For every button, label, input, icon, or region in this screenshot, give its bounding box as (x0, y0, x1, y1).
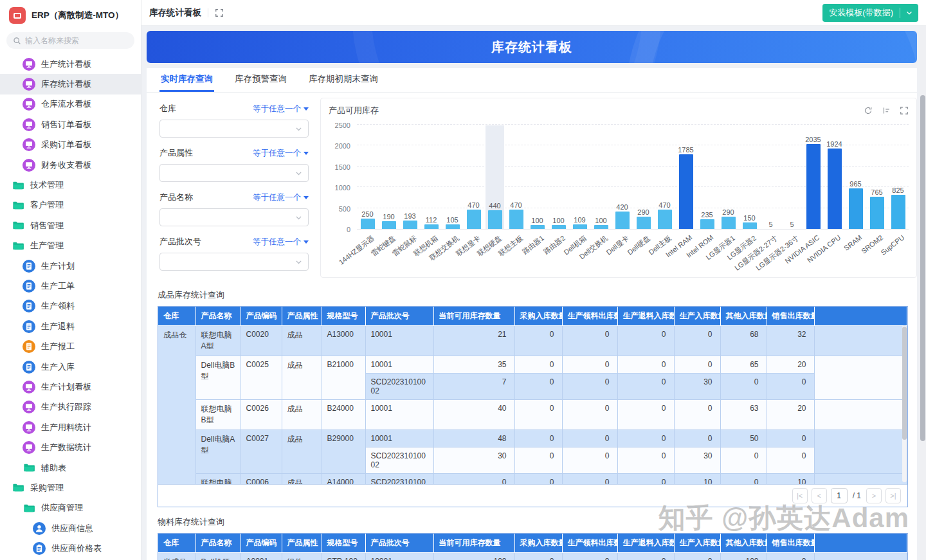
bar[interactable] (806, 144, 821, 229)
chevron-down-icon (295, 125, 303, 133)
sidebar-item[interactable]: 供应商信息 (0, 518, 141, 538)
sidebar-item[interactable]: 生产管理 (0, 236, 141, 256)
chevron-down-icon[interactable] (900, 9, 918, 17)
dashboard-icon (23, 118, 35, 131)
sidebar-item[interactable]: 生产计划 (0, 256, 141, 276)
sidebar-item[interactable]: 生产报工 (0, 336, 141, 356)
sidebar-item[interactable]: 采购管理 (0, 478, 141, 498)
sidebar-item[interactable]: 生产入库 (0, 357, 141, 377)
refresh-icon[interactable] (864, 106, 873, 115)
scrollbar-thumb[interactable] (920, 95, 925, 441)
bar[interactable] (594, 225, 608, 229)
sidebar-item[interactable]: 仓库流水看板 (0, 95, 141, 114)
bar[interactable] (722, 217, 736, 229)
sidebar-item[interactable]: 技术管理 (0, 175, 141, 195)
bar[interactable] (700, 219, 714, 229)
bar[interactable] (637, 217, 651, 229)
bar[interactable] (446, 224, 460, 229)
bar[interactable] (658, 210, 672, 229)
table-row: Dell电脑A型C0027成品B2900010001480000500 (158, 430, 907, 447)
sidebar-item[interactable]: 销售订单看板 (0, 114, 141, 134)
sidebar-item[interactable]: 生产用料统计 (0, 417, 141, 437)
bar-value-label: 765 (871, 188, 882, 196)
bar-value-label: 100 (552, 217, 564, 224)
bar[interactable] (573, 224, 587, 229)
sidebar-item[interactable]: 生产数据统计 (0, 437, 141, 457)
doc-icon (23, 320, 35, 333)
filter-select[interactable] (159, 164, 309, 182)
bar[interactable] (361, 219, 375, 229)
last-page-button[interactable]: >| (885, 488, 901, 503)
bar[interactable] (403, 221, 417, 229)
table-scrollbar[interactable] (902, 325, 907, 482)
table-cell: SCD20231010002 (365, 447, 433, 474)
table-cell: C0025 (241, 356, 282, 400)
data-table: 仓库产品名称产品编码产品属性规格型号产品批次号当前可用库存数量采购入库数量生产领… (158, 307, 907, 484)
filter-select[interactable] (159, 208, 309, 226)
bar[interactable] (743, 222, 757, 229)
tab-realtime[interactable]: 实时库存查询 (159, 68, 214, 92)
y-axis-tick-label: 2500 (335, 122, 350, 129)
column-header: 生产领料出库数量 (562, 534, 617, 553)
bar[interactable] (849, 188, 863, 229)
bar[interactable] (679, 154, 693, 229)
bar[interactable] (615, 212, 630, 229)
bar[interactable] (828, 149, 842, 229)
bar[interactable] (382, 221, 396, 229)
sidebar-item[interactable]: 生产执行跟踪 (0, 397, 141, 417)
sidebar-item[interactable]: 供应商价格表 (0, 538, 141, 558)
sidebar-item[interactable]: 辅助表 (0, 458, 141, 478)
sidebar-item[interactable]: 生产退料 (0, 316, 141, 336)
filter-operator-link[interactable]: 等于任意一个 (253, 192, 309, 203)
filter-operator-link[interactable]: 等于任意一个 (253, 148, 309, 159)
sidebar-item[interactable]: 生产工单 (0, 276, 141, 296)
tab-tab1[interactable]: 库存预警查询 (233, 68, 288, 92)
bar[interactable] (891, 195, 905, 229)
bar-slot: 420 (612, 203, 633, 229)
expand-icon[interactable] (215, 8, 224, 17)
filter-operator-label: 等于任意一个 (253, 148, 301, 159)
next-page-button[interactable]: > (866, 488, 882, 503)
fullscreen-icon[interactable] (900, 106, 909, 115)
tab-tab2[interactable]: 库存期初期末查询 (307, 68, 379, 92)
bar-value-label: 965 (849, 180, 861, 188)
filter-operator-link[interactable]: 等于任意一个 (253, 104, 309, 114)
table-scrollbar-thumb[interactable] (902, 327, 907, 440)
sidebar-item[interactable]: 生产计划看板 (0, 377, 141, 397)
bar-slot: 5 (760, 221, 781, 229)
sidebar-search[interactable] (6, 32, 134, 49)
sidebar-item[interactable]: 生产领料 (0, 296, 141, 316)
sidebar-item[interactable]: 供应商管理 (0, 498, 141, 518)
sidebar-item[interactable]: 客户管理 (0, 195, 141, 215)
bar[interactable] (488, 210, 502, 229)
open-page-tab[interactable]: 库存统计看板 (149, 7, 201, 19)
bar[interactable] (870, 197, 884, 229)
table-cell: 0 (562, 447, 617, 474)
sidebar-item[interactable]: 财务收支看板 (0, 155, 141, 175)
page-number-input[interactable]: 1 (831, 488, 848, 503)
data-view-icon[interactable] (882, 106, 891, 115)
table-cell: 半成品 (158, 553, 195, 560)
first-page-button[interactable]: |< (792, 488, 808, 503)
sidebar-item[interactable]: 库存统计看板 (0, 74, 141, 94)
search-input[interactable] (25, 36, 128, 45)
filter-select[interactable] (159, 253, 309, 271)
page-scrollbar[interactable] (920, 26, 926, 560)
filter-select[interactable] (159, 120, 309, 138)
table-cell: 0 (617, 474, 674, 485)
bar[interactable] (531, 225, 545, 229)
bar-value-label: 1785 (678, 146, 693, 154)
install-template-button[interactable]: 安装模板(带数据) (822, 4, 918, 22)
bar[interactable] (424, 224, 439, 229)
doc-icon (23, 361, 35, 374)
prev-page-button[interactable]: < (812, 488, 827, 503)
filter-operator-link[interactable]: 等于任意一个 (253, 237, 309, 248)
sidebar-item[interactable]: 采购订单看板 (0, 135, 141, 155)
bar[interactable] (467, 210, 481, 229)
bar[interactable] (509, 210, 523, 229)
bar[interactable] (552, 225, 566, 229)
sidebar: ERP（离散制造-MTO） 生产统计看板库存统计看板仓库流水看板销售订单看板采购… (0, 0, 141, 560)
sidebar-item[interactable]: 生产统计看板 (0, 54, 141, 74)
sidebar-item[interactable]: 销售管理 (0, 215, 141, 235)
table-viewport: 仓库产品名称产品编码产品属性规格型号产品批次号当前可用库存数量采购入库数量生产领… (158, 534, 907, 560)
